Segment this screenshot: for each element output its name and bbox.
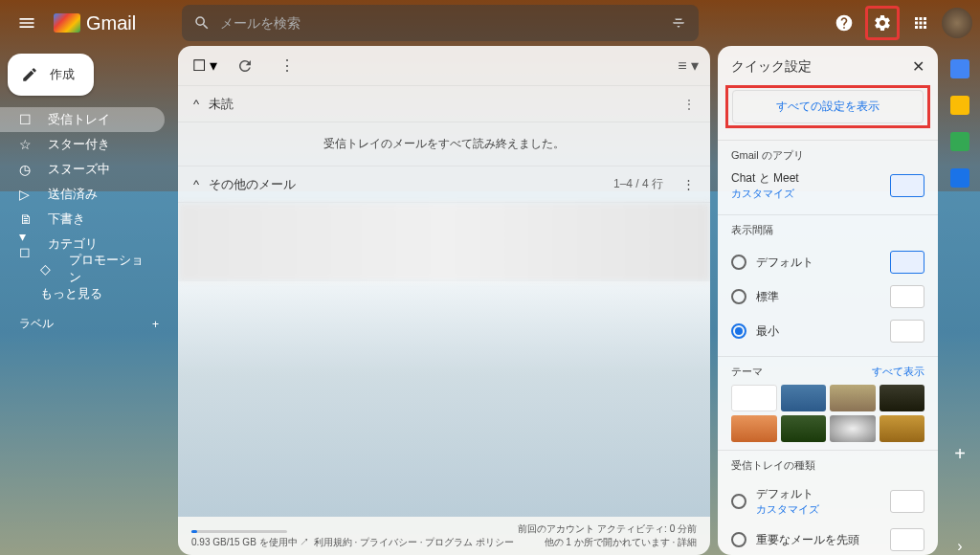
refresh-button[interactable] xyxy=(228,49,262,83)
search-icon xyxy=(193,14,211,32)
inbox-done-message: 受信トレイのメールをすべて読み終えました。 xyxy=(178,122,710,166)
hide-panel-button[interactable]: › xyxy=(957,538,962,555)
send-icon: ▷ xyxy=(19,187,34,202)
sidebar-item-promotions[interactable]: ◇プロモーション xyxy=(0,256,165,281)
keep-app-icon[interactable] xyxy=(950,96,969,115)
radio-icon xyxy=(731,532,746,547)
nav-label: プロモーション xyxy=(69,252,153,286)
inbox-type-default-option[interactable]: デフォルト カスタマイズ xyxy=(731,480,924,522)
refresh-icon xyxy=(236,57,254,75)
sidebar-item-inbox[interactable]: ☐受信トレイ xyxy=(0,107,165,132)
density-label: 標準 xyxy=(756,289,779,305)
nav-label: スヌーズ中 xyxy=(48,161,110,178)
density-default-option[interactable]: デフォルト xyxy=(731,245,924,279)
search-options-icon[interactable] xyxy=(670,14,687,32)
search-bar[interactable] xyxy=(182,5,699,41)
close-settings-button[interactable]: ✕ xyxy=(912,57,924,76)
more-actions-button[interactable]: ⋮ xyxy=(270,49,304,83)
help-button[interactable] xyxy=(827,6,861,40)
mail-toolbar: ☐ ▾ ⋮ ≡ ▾ xyxy=(178,46,710,86)
density-preview xyxy=(890,320,924,343)
sidebar-item-starred[interactable]: ☆スター付き xyxy=(0,132,165,157)
section-title: 未読 xyxy=(209,96,234,113)
radio-icon xyxy=(731,494,746,509)
inbox-preview xyxy=(890,490,924,513)
sidebar-item-sent[interactable]: ▷送信済み xyxy=(0,182,165,207)
density-comfortable-option[interactable]: 標準 xyxy=(731,279,924,314)
density-compact-option[interactable]: 最小 xyxy=(731,314,924,348)
theme-tile[interactable] xyxy=(880,385,925,411)
labels-section-header: ラベル + xyxy=(0,306,172,338)
storage-text: 0.93 GB/15 GB を使用中 xyxy=(191,537,298,547)
calendar-app-icon[interactable] xyxy=(950,59,969,78)
chevron-icon: ^ xyxy=(193,177,199,191)
main-menu-button[interactable] xyxy=(8,4,46,42)
footer-links[interactable]: 利用規約 · プライバシー · プログラム ポリシー xyxy=(314,536,514,549)
header: Gmail xyxy=(0,0,980,46)
theme-tile[interactable] xyxy=(880,415,925,442)
mail-content: ☐ ▾ ⋮ ≡ ▾ ^ 未読 ⋮ 受信トレイのメールをすべて読み終えました。 ^… xyxy=(178,46,710,555)
draft-icon: 🗎 xyxy=(19,211,34,227)
sidebar-item-snoozed[interactable]: ◷スヌーズ中 xyxy=(0,157,165,182)
nav-label: 送信済み xyxy=(48,186,98,203)
inbox-customize-link[interactable]: カスタマイズ xyxy=(756,502,819,517)
labels-title: ラベル xyxy=(19,316,54,332)
radio-icon xyxy=(731,323,746,339)
clock-icon: ◷ xyxy=(19,162,34,177)
row-count: 1–4 / 4 行 xyxy=(613,176,663,192)
activity-text: 前回のアカウント アクティビティ: 0 分前 xyxy=(518,522,697,536)
settings-button[interactable] xyxy=(865,6,900,40)
other-mail-section-header[interactable]: ^ その他のメール 1–4 / 4 行 ⋮ xyxy=(178,166,710,203)
theme-tile[interactable] xyxy=(731,385,777,411)
theme-tile[interactable] xyxy=(731,415,777,442)
quick-settings-title: クイック設定 xyxy=(731,58,812,76)
inbox-type-section-title: 受信トレイの種類 xyxy=(731,458,924,473)
theme-tile[interactable] xyxy=(781,415,827,442)
storage-info[interactable]: 0.93 GB/15 GB を使用中 ↗ xyxy=(191,530,309,549)
theme-tile[interactable] xyxy=(781,385,827,411)
nav-label: もっと見る xyxy=(40,285,102,302)
search-input[interactable] xyxy=(220,15,670,31)
theme-section-title: テーマ xyxy=(731,365,763,379)
help-icon xyxy=(835,13,854,33)
unread-section-header[interactable]: ^ 未読 ⋮ xyxy=(178,86,710,122)
pencil-icon xyxy=(21,66,38,83)
inbox-type-important-option[interactable]: 重要なメールを先頭 xyxy=(731,522,924,555)
apps-section-title: Gmail のアプリ xyxy=(731,148,924,163)
density-label: 最小 xyxy=(756,323,779,340)
compose-label: 作成 xyxy=(50,66,75,83)
add-label-button[interactable]: + xyxy=(152,318,159,331)
tag-icon: ◇ xyxy=(40,261,56,277)
compose-button[interactable]: 作成 xyxy=(8,54,94,96)
activity-detail[interactable]: 他の 1 か所で開かれています · 詳細 xyxy=(518,536,697,549)
density-preview xyxy=(890,285,924,308)
section-title: その他のメール xyxy=(209,176,296,193)
customize-apps-link[interactable]: カスタマイズ xyxy=(731,187,799,201)
gmail-logo-icon xyxy=(54,13,80,33)
theme-view-all-link[interactable]: すべて表示 xyxy=(872,365,924,379)
theme-tile[interactable] xyxy=(830,415,876,442)
density-section-title: 表示間隔 xyxy=(731,223,924,237)
add-addon-button[interactable]: + xyxy=(954,443,966,465)
layout-toggle-button[interactable]: ≡ ▾ xyxy=(678,56,699,75)
product-name: Gmail xyxy=(86,12,136,34)
density-preview xyxy=(890,251,924,274)
star-icon: ☆ xyxy=(19,137,34,152)
select-all-checkbox[interactable]: ☐ ▾ xyxy=(189,51,220,81)
see-all-settings-button[interactable]: すべての設定を表示 xyxy=(732,90,924,123)
content-body xyxy=(178,281,710,517)
tasks-app-icon[interactable] xyxy=(950,132,969,151)
chevron-down-icon: ▾ ◻ xyxy=(19,229,34,259)
left-sidebar: 作成 ☐受信トレイ ☆スター付き ◷スヌーズ中 ▷送信済み 🗎下書き ▾ ◻カテ… xyxy=(0,46,172,555)
section-more-button[interactable]: ⋮ xyxy=(683,98,695,111)
gmail-logo[interactable]: Gmail xyxy=(54,12,136,34)
contacts-app-icon[interactable] xyxy=(950,168,969,188)
apps-button[interactable] xyxy=(903,6,938,40)
mail-rows-blurred xyxy=(178,203,710,281)
radio-icon xyxy=(731,255,746,270)
account-avatar[interactable] xyxy=(942,8,972,38)
quick-settings-panel: クイック設定 ✕ すべての設定を表示 Gmail のアプリ Chat と Mee… xyxy=(718,46,938,555)
theme-tile[interactable] xyxy=(830,385,876,411)
section-more-button[interactable]: ⋮ xyxy=(682,177,695,191)
inbox-preview xyxy=(890,528,924,551)
